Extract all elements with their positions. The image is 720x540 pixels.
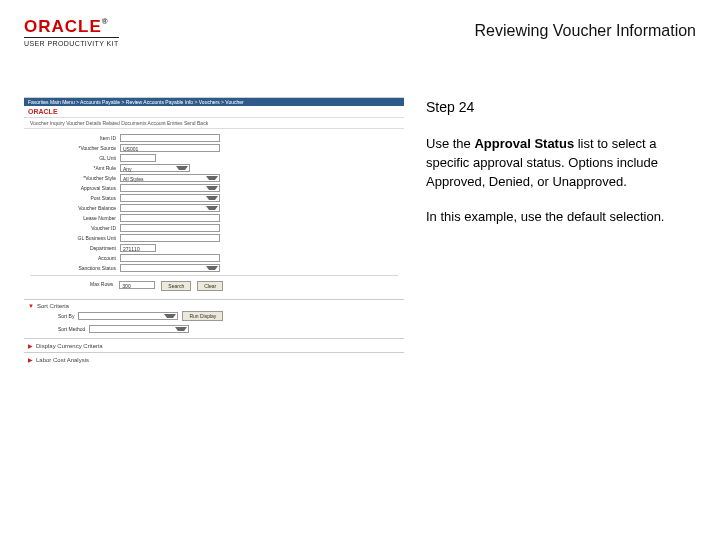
- lbl-max-rows: Max Rows: [90, 281, 113, 291]
- select-sort-method[interactable]: [89, 325, 189, 333]
- search-button[interactable]: Search: [161, 281, 191, 291]
- section-label: Sort Criteria: [37, 303, 69, 309]
- clear-button[interactable]: Clear: [197, 281, 223, 291]
- instruction-p2: In this example, use the default selecti…: [426, 208, 696, 227]
- lbl-item-id: Item ID: [30, 135, 120, 141]
- lbl-voucher-style: *Voucher Style: [30, 175, 120, 181]
- lbl-lease-nbr: Lease Number: [30, 215, 120, 221]
- shot-oracle-logo: ORACLE: [24, 106, 404, 118]
- app-screenshot-panel: Favorites Main Menu > Accounts Payable >…: [24, 97, 404, 366]
- select-sort-by[interactable]: [78, 312, 178, 320]
- section-label: Labor Cost Analysis: [36, 357, 89, 363]
- approval-status-term: Approval Status: [474, 136, 574, 151]
- page-header: ORACLE® USER PRODUCTIVITY KIT Reviewing …: [0, 0, 720, 57]
- lbl-sort-by: Sort By: [58, 313, 74, 319]
- select-voucher-style[interactable]: All Styles: [120, 174, 220, 182]
- select-amt-rule[interactable]: Any: [120, 164, 190, 172]
- lbl-sort-method: Sort Method: [58, 326, 85, 332]
- lbl-approval-status: Approval Status: [30, 185, 120, 191]
- section-labor-analysis[interactable]: ▶Labor Cost Analysis: [24, 352, 404, 366]
- upk-subtitle: USER PRODUCTIVITY KIT: [24, 37, 119, 47]
- main-area: Favorites Main Menu > Accounts Payable >…: [0, 57, 720, 366]
- shot-breadcrumb: Favorites Main Menu > Accounts Payable >…: [24, 98, 404, 106]
- select-voucher-balance[interactable]: [120, 204, 220, 212]
- chevron-down-icon: ▼: [28, 303, 34, 309]
- field-gl-unit[interactable]: [120, 154, 156, 162]
- voucher-form: Item ID *Voucher SourceUS001 GL Unit *Am…: [24, 129, 404, 299]
- step-label: Step 24: [426, 97, 696, 117]
- lbl-amt-rule: *Amt Rule: [30, 165, 120, 171]
- page-title: Reviewing Voucher Information: [475, 18, 696, 40]
- field-account[interactable]: [120, 254, 220, 262]
- section-label: Display Currency Criteria: [36, 343, 103, 349]
- lbl-post-status: Post Status: [30, 195, 120, 201]
- select-post-status[interactable]: [120, 194, 220, 202]
- select-sanctions[interactable]: [120, 264, 220, 272]
- app-screenshot: Favorites Main Menu > Accounts Payable >…: [24, 97, 404, 366]
- lbl-voucher-id: Voucher ID: [30, 225, 120, 231]
- section-sort-criteria[interactable]: ▼Sort Criteria Sort By Run Display Sort …: [24, 299, 404, 338]
- lbl-dept: Department: [30, 245, 120, 251]
- field-item-id[interactable]: [120, 134, 220, 142]
- oracle-logo: ORACLE®: [24, 18, 119, 35]
- field-voucher-id[interactable]: [120, 224, 220, 232]
- oracle-logo-text: ORACLE: [24, 17, 102, 36]
- logo-block: ORACLE® USER PRODUCTIVITY KIT: [24, 18, 119, 47]
- field-gl-bu[interactable]: [120, 234, 220, 242]
- instruction-column: Step 24 Use the Approval Status list to …: [426, 97, 696, 366]
- lbl-gl-unit: GL Unit: [30, 155, 120, 161]
- instruction-p1: Use the Approval Status list to select a…: [426, 135, 696, 192]
- field-lease-nbr[interactable]: [120, 214, 220, 222]
- field-max-rows[interactable]: 300: [119, 281, 155, 289]
- field-voucher-source[interactable]: US001: [120, 144, 220, 152]
- chevron-right-icon: ▶: [28, 357, 33, 363]
- select-approval-status[interactable]: [120, 184, 220, 192]
- lbl-gl-bu: GL Business Unit: [30, 235, 120, 241]
- lbl-account: Account: [30, 255, 120, 261]
- section-display-currency[interactable]: ▶Display Currency Criteria: [24, 338, 404, 352]
- lbl-voucher-source: *Voucher Source: [30, 145, 120, 151]
- shot-tabs: Voucher Inquiry Voucher Details Related …: [24, 118, 404, 129]
- chevron-right-icon: ▶: [28, 343, 33, 349]
- lbl-sanctions: Sanctions Status: [30, 265, 120, 271]
- field-dept[interactable]: 271110: [120, 244, 156, 252]
- run-display-button[interactable]: Run Display: [182, 311, 223, 321]
- lbl-voucher-balance: Voucher Balance: [30, 205, 120, 211]
